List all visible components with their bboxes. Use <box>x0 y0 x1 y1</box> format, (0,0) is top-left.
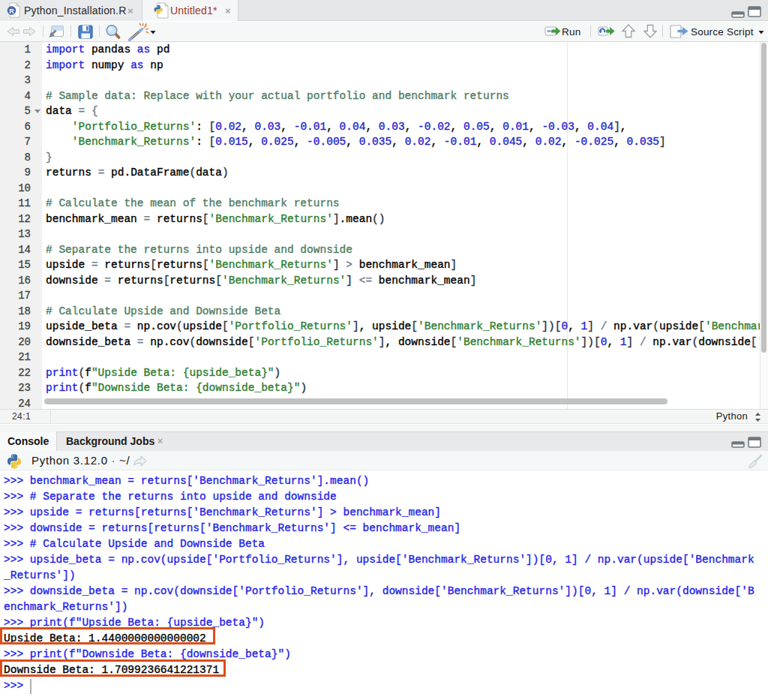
svg-text:R: R <box>9 8 14 15</box>
